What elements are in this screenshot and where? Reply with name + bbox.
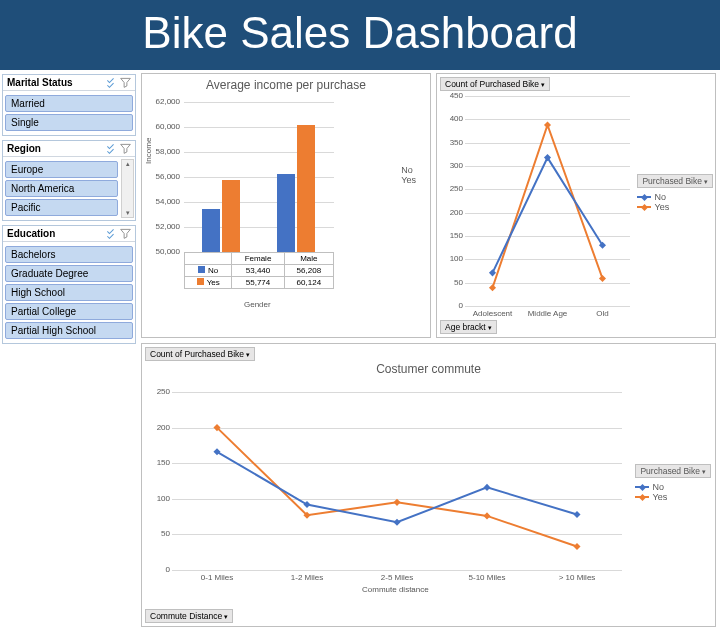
multiselect-icon[interactable] bbox=[106, 77, 117, 88]
data-table: FemaleMaleNo53,44056,208Yes55,77460,124 bbox=[184, 252, 334, 289]
x-category: Old bbox=[575, 309, 630, 318]
svg-rect-3 bbox=[489, 284, 496, 291]
svg-rect-0 bbox=[489, 269, 496, 276]
svg-rect-5 bbox=[599, 275, 606, 282]
svg-rect-15 bbox=[573, 543, 580, 550]
y-axis-label: Income bbox=[144, 138, 153, 164]
svg-rect-10 bbox=[573, 511, 580, 518]
y-tick: 56,000 bbox=[156, 172, 180, 181]
multiselect-icon[interactable] bbox=[106, 143, 117, 154]
charts-area: Average income per purchase Income50,000… bbox=[138, 70, 720, 352]
y-tick: 60,000 bbox=[156, 122, 180, 131]
bar bbox=[222, 180, 240, 252]
chart-commute: Costumer commute Count of Purchased Bike… bbox=[141, 343, 716, 627]
legend-title-pill[interactable]: Purchased Bike bbox=[635, 464, 711, 478]
multiselect-icon[interactable] bbox=[106, 228, 117, 239]
slicer-title: Education bbox=[7, 228, 55, 239]
y-tick: 50 bbox=[443, 278, 463, 287]
y-tick: 300 bbox=[443, 161, 463, 170]
y-tick: 350 bbox=[443, 138, 463, 147]
slicer-panel: Marital Status Married Single Region bbox=[0, 70, 138, 352]
x-category: 5-10 Miles bbox=[442, 573, 532, 582]
clear-filter-icon[interactable] bbox=[120, 228, 131, 239]
field-pill[interactable]: Count of Purchased Bike bbox=[440, 77, 550, 91]
dashboard-title: Bike Sales Dashboard bbox=[0, 0, 720, 70]
bar bbox=[297, 125, 315, 252]
y-tick: 50 bbox=[150, 529, 170, 538]
legend: Purchased BikeNoYes bbox=[635, 464, 711, 502]
chevron-up-icon[interactable]: ▴ bbox=[126, 160, 130, 168]
slicer-item-partial-high-school[interactable]: Partial High School bbox=[5, 322, 133, 339]
x-category: 2-5 Miles bbox=[352, 573, 442, 582]
y-tick: 50,000 bbox=[156, 247, 180, 256]
field-pill[interactable]: Age brackt bbox=[440, 320, 497, 334]
y-tick: 200 bbox=[443, 208, 463, 217]
slicer-education: Education Bachelors Graduate Degree High… bbox=[2, 225, 136, 344]
y-tick: 0 bbox=[443, 301, 463, 310]
y-tick: 52,000 bbox=[156, 222, 180, 231]
line-plot bbox=[172, 392, 622, 570]
x-category: 1-2 Miles bbox=[262, 573, 352, 582]
field-pill[interactable]: Count of Purchased Bike bbox=[145, 347, 255, 361]
x-axis-label: Gender bbox=[244, 300, 271, 309]
y-tick: 100 bbox=[443, 254, 463, 263]
y-tick: 150 bbox=[443, 231, 463, 240]
field-pill[interactable]: Commute Distance bbox=[145, 609, 233, 623]
x-category: 0-1 Miles bbox=[172, 573, 262, 582]
slicer-item-europe[interactable]: Europe bbox=[5, 161, 118, 178]
y-tick: 62,000 bbox=[156, 97, 180, 106]
svg-rect-9 bbox=[483, 484, 490, 491]
slicer-item-single[interactable]: Single bbox=[5, 114, 133, 131]
chevron-down-icon[interactable]: ▾ bbox=[126, 209, 130, 217]
y-tick: 150 bbox=[150, 458, 170, 467]
slicer-marital-status: Marital Status Married Single bbox=[2, 74, 136, 136]
bar bbox=[202, 209, 220, 252]
bar bbox=[277, 174, 295, 252]
clear-filter-icon[interactable] bbox=[120, 143, 131, 154]
slicer-item-graduate[interactable]: Graduate Degree bbox=[5, 265, 133, 282]
legend-title-pill[interactable]: Purchased Bike bbox=[637, 174, 713, 188]
y-tick: 100 bbox=[150, 494, 170, 503]
scrollbar[interactable]: ▴▾ bbox=[121, 159, 134, 218]
slicer-item-pacific[interactable]: Pacific bbox=[5, 199, 118, 216]
y-tick: 250 bbox=[150, 387, 170, 396]
slicer-item-high-school[interactable]: High School bbox=[5, 284, 133, 301]
slicer-item-north-america[interactable]: North America bbox=[5, 180, 118, 197]
svg-rect-4 bbox=[544, 121, 551, 128]
y-tick: 58,000 bbox=[156, 147, 180, 156]
slicer-item-married[interactable]: Married bbox=[5, 95, 133, 112]
svg-rect-13 bbox=[393, 499, 400, 506]
x-axis-label: Commute distance bbox=[362, 585, 429, 594]
legend: NoYes bbox=[401, 165, 416, 185]
y-tick: 400 bbox=[443, 114, 463, 123]
slicer-region: Region Europe North America Pacific ▴▾ bbox=[2, 140, 136, 221]
y-tick: 0 bbox=[150, 565, 170, 574]
chart-title: Average income per purchase bbox=[142, 74, 430, 96]
x-category: Middle Age bbox=[520, 309, 575, 318]
chart-income: Average income per purchase Income50,000… bbox=[141, 73, 431, 338]
svg-rect-8 bbox=[393, 519, 400, 526]
slicer-title: Region bbox=[7, 143, 41, 154]
slicer-item-partial-college[interactable]: Partial College bbox=[5, 303, 133, 320]
y-tick: 450 bbox=[443, 91, 463, 100]
clear-filter-icon[interactable] bbox=[120, 77, 131, 88]
x-category: > 10 Miles bbox=[532, 573, 622, 582]
x-category: Adolescent bbox=[465, 309, 520, 318]
y-tick: 54,000 bbox=[156, 197, 180, 206]
legend: Purchased BikeNoYes bbox=[637, 174, 713, 212]
slicer-item-bachelors[interactable]: Bachelors bbox=[5, 246, 133, 263]
slicer-title: Marital Status bbox=[7, 77, 73, 88]
svg-rect-14 bbox=[483, 512, 490, 519]
chart-age: Count of Purchased BikeAge brackt0501001… bbox=[436, 73, 716, 338]
line-plot bbox=[465, 96, 630, 306]
y-tick: 250 bbox=[443, 184, 463, 193]
y-tick: 200 bbox=[150, 423, 170, 432]
